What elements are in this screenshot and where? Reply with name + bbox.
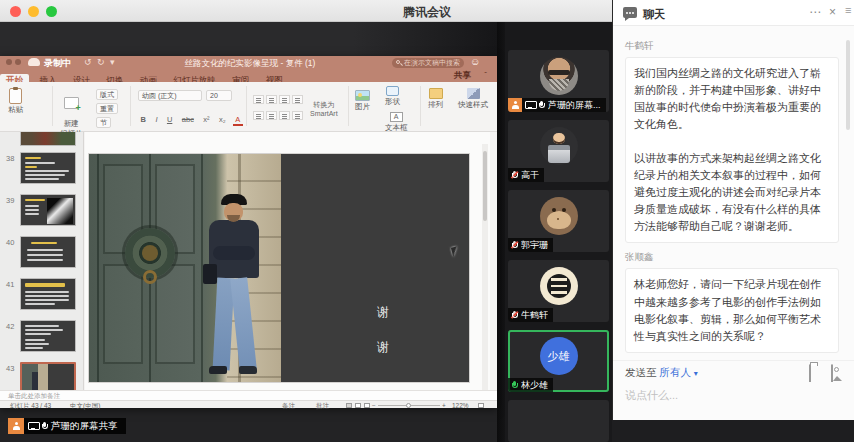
slide-text-xie-2: 谢 xyxy=(377,339,389,356)
chat-send-bar: 发送至 所有人 ▾ xyxy=(613,360,854,382)
font-size-select[interactable]: 20 xyxy=(206,90,232,101)
align-justify-button[interactable] xyxy=(292,95,303,104)
align-left-button[interactable] xyxy=(253,95,264,104)
chat-input[interactable]: 说点什么... xyxy=(613,382,854,420)
chat-panel: 聊天 ⋯ × 牛鹤轩 我们国内丝绸之路的文化研究进入了崭新的阶段，并于构建中国形… xyxy=(612,0,854,420)
indent-increase-button[interactable] xyxy=(266,111,277,120)
muted-mic-icon xyxy=(511,311,518,320)
superscript-button[interactable]: x² xyxy=(201,115,212,124)
slide-sorter-view-button[interactable] xyxy=(355,403,361,408)
undo-icon[interactable]: ↺ xyxy=(84,57,92,67)
participant-tile-lushan[interactable]: 芦珊的屏幕... xyxy=(508,50,609,112)
section-button[interactable]: 节 xyxy=(96,117,111,128)
quick-style-icon xyxy=(467,88,480,99)
slide-43[interactable]: 谢 谢 xyxy=(89,154,469,382)
zoom-percent[interactable]: 122% xyxy=(452,402,469,409)
arrange-button[interactable]: 排列 xyxy=(428,88,443,110)
zoom-out-button[interactable]: − xyxy=(372,402,376,409)
insert-textbox-button[interactable]: 文本框 xyxy=(385,112,408,133)
fit-slide-button[interactable] xyxy=(478,403,484,408)
language-status[interactable]: 中文(中国) xyxy=(70,402,100,411)
wps-minimize-dot[interactable] xyxy=(15,59,21,65)
columns-button[interactable] xyxy=(292,111,303,120)
chat-close-icon[interactable]: × xyxy=(829,5,836,19)
subscript-button[interactable]: x₂ xyxy=(217,115,229,124)
screen-share-label: 芦珊的屏幕共享 xyxy=(24,418,126,434)
participant-tile-linshaoxiong-speaking[interactable]: 少雄 林少雄 xyxy=(508,330,609,392)
wps-status-bar: 幻灯片 43 / 43 中文(中国) 备注 批注 − + 122% xyxy=(0,400,497,408)
layout-button[interactable]: 版式 xyxy=(96,89,118,100)
slide-thumbnail-43-selected[interactable] xyxy=(20,362,76,390)
notes-placeholder[interactable]: 单击此处添加备注 xyxy=(0,390,497,400)
wps-close-dot[interactable] xyxy=(6,59,12,65)
arrange-icon xyxy=(429,88,443,99)
comments-toggle[interactable]: 批注 xyxy=(316,402,329,411)
zoom-slider-knob[interactable] xyxy=(406,403,411,408)
redo-icon[interactable]: ↻ xyxy=(97,57,105,67)
quick-style-button[interactable]: 快速样式 xyxy=(458,88,488,110)
zoom-in-button[interactable]: + xyxy=(442,402,446,409)
muted-mic-icon xyxy=(511,241,518,250)
send-file-button[interactable] xyxy=(809,365,811,383)
slide-thumbnail-38[interactable] xyxy=(20,152,76,184)
slide-number: 40 xyxy=(6,238,14,247)
wps-titlebar: 录制中 ↺ ↻ ▾ 丝路文化的纪实影像呈现 - 复件 (1) 在演示文稿中搜索 … xyxy=(0,56,497,69)
cloud-sync-icon[interactable] xyxy=(28,58,40,66)
align-right-button[interactable] xyxy=(279,95,290,104)
slide-editing-canvas[interactable]: 谢 谢 xyxy=(85,132,490,390)
slide-thumbnail-42[interactable] xyxy=(20,320,76,352)
reset-button[interactable]: 重置 xyxy=(96,103,118,114)
panel-menu-icon[interactable]: ≡ xyxy=(845,4,851,16)
man-crossed-arms xyxy=(213,246,255,260)
send-to-selector[interactable]: 发送至 所有人 ▾ xyxy=(625,366,698,380)
canvas-scrollbar-thumb[interactable] xyxy=(483,151,487,221)
avatar-gaogan-laptop-emoji xyxy=(540,127,578,165)
presentation-search-input[interactable]: 在演示文稿中搜索 xyxy=(392,58,464,68)
toolbar-dropdown-icon[interactable]: ▾ xyxy=(110,57,115,67)
participant-tile-guoyushan[interactable]: 郭宇珊 xyxy=(508,190,609,252)
paste-button[interactable]: 粘贴 xyxy=(8,88,23,115)
participant-tile-gaogan[interactable]: 高干 xyxy=(508,120,609,182)
slide-number: 39 xyxy=(6,196,14,205)
door-ring-handle xyxy=(143,270,157,284)
send-image-button[interactable] xyxy=(831,365,833,383)
chat-more-icon[interactable]: ⋯ xyxy=(809,5,821,19)
italic-button[interactable]: I xyxy=(153,115,160,124)
align-center-button[interactable] xyxy=(266,95,277,104)
font-name-select[interactable]: 幼圆 (正文) xyxy=(138,90,202,101)
bold-button[interactable]: B xyxy=(138,115,148,124)
underline-button[interactable]: U xyxy=(164,115,174,124)
font-color-button[interactable]: A xyxy=(233,115,243,126)
normal-view-button[interactable] xyxy=(346,403,352,408)
strikethrough-button[interactable]: abc xyxy=(179,115,196,124)
chat-message-list[interactable]: 牛鹤轩 我们国内丝绸之路的文化研究进入了崭新的阶段，并于构建中国形象、讲好中国故… xyxy=(613,26,854,360)
participant-label: 高干 xyxy=(508,168,544,182)
insert-picture-button[interactable]: 图片 xyxy=(355,90,370,112)
notes-toggle[interactable]: 备注 xyxy=(282,402,295,411)
chat-message-bubble: 林老师您好，请问一下纪录片现在创作中越来越多参考了电影的创作手法例如电影化叙事、… xyxy=(625,268,839,352)
slide-thumbnail-40[interactable] xyxy=(20,236,76,268)
smartart-button[interactable]: 转换为 SmartArt xyxy=(310,100,338,117)
feedback-smiley-icon[interactable]: ☺ xyxy=(470,56,480,67)
line-spacing-button[interactable] xyxy=(279,111,290,120)
person-icon xyxy=(12,422,20,430)
insert-shape-button[interactable]: 形状 xyxy=(385,86,400,107)
ribbon-collapse-icon[interactable]: ˆ xyxy=(484,70,487,79)
chat-scrollbar[interactable] xyxy=(846,40,850,130)
slide-thumbnail-41[interactable] xyxy=(20,278,76,310)
active-mic-icon xyxy=(511,381,518,390)
wps-share-button[interactable]: 共享 xyxy=(454,70,471,82)
picture-icon xyxy=(355,90,370,101)
participant-label: 郭宇珊 xyxy=(508,238,553,252)
indent-decrease-button[interactable] xyxy=(253,111,264,120)
slide-dark-panel: 谢 谢 xyxy=(281,154,469,382)
shared-wps-window: 录制中 ↺ ↻ ▾ 丝路文化的纪实影像呈现 - 复件 (1) 在演示文稿中搜索 … xyxy=(0,56,497,408)
slide-thumbnail-37-partial[interactable] xyxy=(20,132,76,146)
slide-thumbnail-39[interactable] xyxy=(20,194,76,226)
participant-tile-niuhexuan[interactable]: 牛鹤轩 xyxy=(508,260,609,322)
participant-tile-partial[interactable] xyxy=(508,400,609,442)
slideshow-view-button[interactable] xyxy=(364,403,370,408)
screen-share-indicator: 芦珊的屏幕共享 xyxy=(8,418,126,434)
chat-header: 聊天 ⋯ × xyxy=(613,0,854,26)
clipboard-icon xyxy=(9,88,22,104)
